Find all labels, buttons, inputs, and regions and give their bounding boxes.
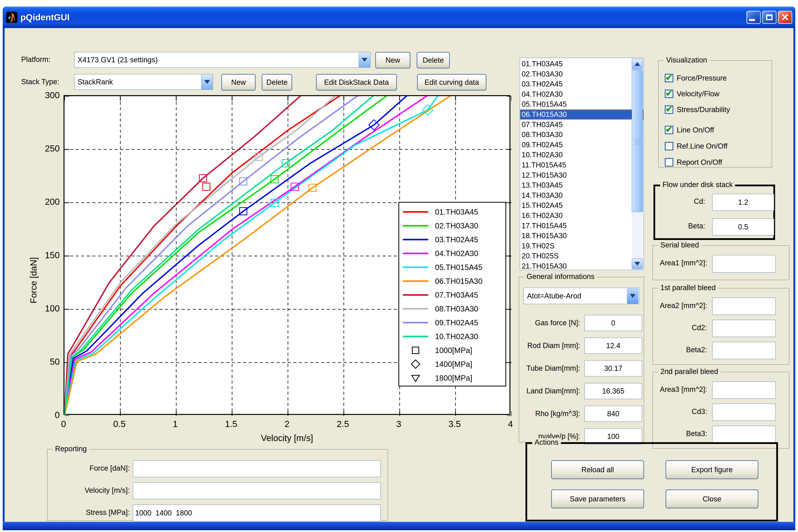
export-figure-button[interactable]: Export figure bbox=[666, 460, 758, 479]
cd-field[interactable] bbox=[712, 194, 774, 211]
beta2-field[interactable] bbox=[712, 342, 776, 359]
minimize-button[interactable] bbox=[746, 11, 761, 24]
visualization-checkbox-row[interactable]: ✔Line On/Off bbox=[665, 126, 714, 134]
y-tick-label: 50 bbox=[33, 356, 60, 367]
stack-type-combo[interactable]: StackRank bbox=[74, 74, 213, 90]
list-item[interactable]: 07.TH03A45 bbox=[520, 119, 643, 130]
area-mode-combo[interactable]: Atot=Atube-Arod bbox=[524, 288, 639, 304]
stack-delete-button[interactable]: Delete bbox=[262, 74, 292, 91]
rod-diam-field[interactable] bbox=[584, 338, 642, 354]
list-item[interactable]: 01.TH03A45 bbox=[520, 59, 643, 69]
stack-new-button[interactable]: New bbox=[221, 74, 256, 91]
list-item[interactable]: 17.TH015A45 bbox=[520, 221, 643, 231]
list-item[interactable]: 20.TH025S bbox=[520, 251, 643, 261]
list-item[interactable]: 15.TH02A45 bbox=[520, 200, 643, 211]
platform-combo[interactable]: X4173 GV1 (21 settings) bbox=[74, 52, 370, 68]
check-icon: ✔ bbox=[665, 73, 673, 82]
land-diam-field[interactable] bbox=[584, 383, 642, 399]
legend-entry: 05.TH015A45 bbox=[399, 260, 505, 274]
list-item[interactable]: 18.TH015A30 bbox=[520, 231, 643, 241]
stack-type-combo-value: StackRank bbox=[77, 78, 113, 86]
cd2-field[interactable] bbox=[712, 320, 776, 337]
scroll-up-button[interactable] bbox=[632, 59, 643, 70]
list-item[interactable]: 08.TH03A30 bbox=[520, 130, 643, 140]
checkbox-unchecked-icon[interactable] bbox=[665, 158, 673, 167]
legend-label: 01.TH03A45 bbox=[435, 208, 478, 216]
visualization-checkbox-row[interactable]: ✔Velocity/Flow bbox=[665, 90, 720, 98]
legend-line-swatch bbox=[403, 211, 428, 213]
visualization-panel-title: Visualization bbox=[664, 56, 709, 64]
first-parallel-bleed-title: 1st parallel bleed bbox=[658, 284, 718, 292]
visualization-checkbox-row[interactable]: ✔Stress/Durability bbox=[665, 106, 730, 114]
checkbox-unchecked-icon[interactable] bbox=[665, 142, 673, 150]
settings-listbox[interactable]: 01.TH03A4502.TH03A3003.TH02A4504.TH02A30… bbox=[520, 58, 644, 270]
area-mode-combo-arrow-icon[interactable] bbox=[627, 288, 638, 304]
maximize-button[interactable] bbox=[762, 11, 777, 24]
list-item[interactable]: 02.TH03A30 bbox=[520, 69, 643, 79]
platform-combo-arrow-icon[interactable] bbox=[359, 52, 370, 67]
visualization-checkbox-row[interactable]: Ref.Line On/Off bbox=[665, 142, 727, 150]
y-tick-label: 250 bbox=[33, 143, 60, 154]
report-velocity-field[interactable] bbox=[133, 482, 381, 499]
list-item[interactable]: 21.TH015A30 bbox=[520, 261, 643, 270]
legend-label: 1400[MPa] bbox=[435, 360, 472, 368]
check-icon: ✔ bbox=[665, 89, 673, 98]
area1-field[interactable] bbox=[712, 255, 776, 273]
report-stress-label: Stress [MPa]: bbox=[53, 508, 130, 517]
report-stress-field[interactable] bbox=[133, 505, 381, 521]
list-item[interactable]: 19.TH02S bbox=[520, 241, 643, 251]
list-item[interactable]: 04.TH02A30 bbox=[520, 89, 643, 99]
list-item[interactable]: 09.TH02A45 bbox=[520, 140, 643, 150]
checkbox-checked-icon[interactable]: ✔ bbox=[665, 126, 673, 134]
list-item[interactable]: 03.TH02A45 bbox=[520, 79, 643, 89]
list-item[interactable]: 13.TH03A45 bbox=[520, 180, 643, 190]
close-action-button[interactable]: Close bbox=[666, 490, 758, 508]
beta3-field[interactable] bbox=[712, 426, 776, 443]
reload-all-button[interactable]: Reload all bbox=[551, 460, 644, 479]
app-window: pQidentGUI ✕ Platform: X4173 GV1 (21 set… bbox=[3, 6, 795, 530]
edit-diskstack-data-button[interactable]: Edit DiskStack Data bbox=[316, 74, 397, 91]
gas-force-field[interactable] bbox=[584, 315, 642, 331]
report-force-field[interactable] bbox=[133, 460, 381, 477]
area3-field[interactable] bbox=[712, 381, 776, 399]
legend-line-swatch bbox=[403, 239, 428, 240]
reporting-title: Reporting bbox=[53, 445, 89, 453]
maximize-icon bbox=[766, 15, 773, 20]
close-button[interactable]: ✕ bbox=[778, 11, 792, 24]
platform-new-button[interactable]: New bbox=[375, 52, 410, 69]
list-item[interactable]: 06.TH015A30 bbox=[520, 109, 643, 119]
checkbox-label: Stress/Durability bbox=[677, 106, 730, 114]
list-item[interactable]: 11.TH015A45 bbox=[520, 160, 643, 170]
edit-curving-data-button[interactable]: Edit curving data bbox=[417, 74, 486, 91]
list-item[interactable]: 12.TH015A30 bbox=[520, 170, 643, 180]
title-bar[interactable]: pQidentGUI ✕ bbox=[3, 6, 795, 28]
checkbox-checked-icon[interactable]: ✔ bbox=[665, 90, 673, 98]
cd3-field[interactable] bbox=[712, 403, 776, 421]
platform-label: Platform: bbox=[21, 55, 51, 64]
rho-field[interactable] bbox=[584, 406, 642, 422]
list-item[interactable]: 10.TH02A30 bbox=[520, 150, 643, 160]
beta-label: Beta: bbox=[659, 222, 705, 230]
scrollbar-thumb[interactable] bbox=[632, 70, 643, 212]
report-force-label: Force [daN]: bbox=[53, 464, 130, 472]
legend-line-swatch bbox=[403, 280, 428, 282]
scroll-up-icon bbox=[634, 62, 640, 66]
area2-field[interactable] bbox=[712, 298, 776, 315]
y-axis-label: Force [daN] bbox=[28, 240, 39, 321]
list-item[interactable]: 14.TH03A30 bbox=[520, 190, 643, 201]
rho-label: Rho [kg/m^3]: bbox=[505, 410, 580, 418]
beta-field[interactable] bbox=[712, 218, 774, 235]
visualization-checkbox-row[interactable]: Report On/Off bbox=[665, 158, 722, 167]
stack-type-combo-arrow-icon[interactable] bbox=[201, 74, 213, 90]
legend-entry: 04.TH02A30 bbox=[399, 246, 505, 260]
checkbox-checked-icon[interactable]: ✔ bbox=[665, 74, 673, 82]
list-item[interactable]: 05.TH015A45 bbox=[520, 99, 643, 109]
save-parameters-button[interactable]: Save parameters bbox=[551, 490, 644, 508]
beta2-label: Beta2: bbox=[636, 346, 707, 354]
tube-diam-field[interactable] bbox=[584, 360, 642, 377]
listbox-scrollbar[interactable] bbox=[632, 59, 643, 269]
list-item[interactable]: 16.TH02A30 bbox=[520, 211, 643, 221]
checkbox-checked-icon[interactable]: ✔ bbox=[665, 106, 673, 114]
platform-delete-button[interactable]: Delete bbox=[417, 52, 450, 69]
visualization-checkbox-row[interactable]: ✔Force/Pressure bbox=[665, 74, 727, 82]
